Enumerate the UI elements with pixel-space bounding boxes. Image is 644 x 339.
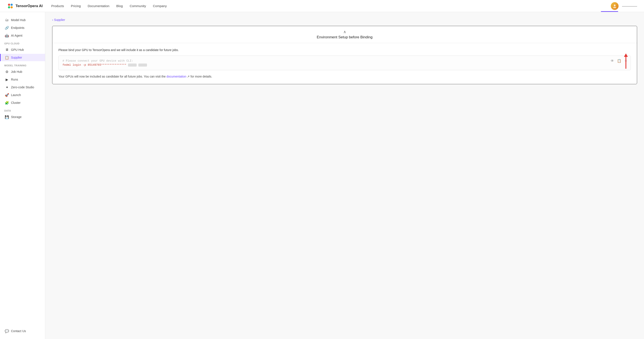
section-label-data: Data — [0, 107, 45, 113]
svg-point-2 — [8, 6, 10, 8]
code-line: fedml login -p 85149765*************** — [62, 63, 627, 66]
code-command: fedml login -p 85149765*************** — [62, 63, 126, 66]
storage-icon: 💾 — [5, 115, 9, 119]
setup-note: Your GPUs will now be included as candid… — [58, 74, 631, 79]
code-block-wrapper: # Please connect your GPU device with CL… — [58, 55, 631, 70]
runs-icon: ▶ — [5, 77, 9, 81]
nav-underline — [601, 11, 618, 12]
section-label-model-training: Model Training — [0, 62, 45, 68]
setup-card: ∧ Environment Setup before Binding Pleas… — [52, 26, 637, 84]
sidebar-item-launch[interactable]: 🚀 Launch — [0, 91, 45, 99]
nav-documentation[interactable]: Documentation — [88, 4, 110, 8]
topnav: TensorOpera AI Products Pricing Document… — [0, 0, 644, 12]
gpu-hub-icon: 🖥 — [5, 48, 9, 52]
sidebar-item-ai-agent[interactable]: 🤖 AI Agent — [0, 32, 45, 39]
ai-agent-icon: 🤖 — [5, 33, 9, 37]
code-comment: # Please connect your GPU device with CL… — [62, 59, 627, 62]
avatar[interactable] — [611, 2, 618, 10]
sidebar: 🗂 Model Hub 🔗 Endpoints 🤖 AI Agent GPU C… — [0, 12, 45, 339]
setup-description: Please bind your GPU to TensorOpera and … — [58, 48, 631, 52]
sidebar-item-endpoints[interactable]: 🔗 Endpoints — [0, 24, 45, 31]
svg-point-5 — [613, 7, 616, 8]
layout: 🗂 Model Hub 🔗 Endpoints 🤖 AI Agent GPU C… — [0, 12, 644, 339]
eye-button[interactable]: 👁 — [610, 59, 614, 63]
nav-pricing[interactable]: Pricing — [71, 4, 81, 8]
sidebar-item-gpu-hub[interactable]: 🖥 GPU Hub — [0, 46, 45, 53]
blurred-token-1 — [128, 63, 137, 66]
setup-card-title: Environment Setup before Binding — [317, 35, 373, 39]
section-label-gpu-cloud: GPU Cloud — [0, 40, 45, 46]
copy-icon: 📋 — [617, 59, 621, 63]
nav-links: Products Pricing Documentation Blog Comm… — [51, 4, 611, 8]
cluster-icon: 🧩 — [5, 101, 9, 105]
eye-icon: 👁 — [610, 59, 614, 63]
job-hub-icon: ⚙ — [5, 70, 9, 74]
blurred-token-2 — [138, 63, 147, 66]
contact-us-icon: 💬 — [5, 329, 9, 333]
supplier-icon: 📋 — [5, 55, 9, 59]
svg-point-4 — [614, 4, 616, 6]
launch-icon: 🚀 — [5, 93, 9, 97]
setup-card-body: Please bind your GPU to TensorOpera and … — [52, 43, 637, 84]
documentation-link[interactable]: documentation — [166, 75, 186, 78]
settings-icon: ✳ — [624, 59, 627, 63]
breadcrumb: ‹ Supplier — [52, 18, 637, 21]
chevron-left-icon: ‹ — [52, 18, 53, 21]
logo[interactable]: TensorOpera AI — [7, 2, 43, 9]
sidebar-item-runs[interactable]: ▶ Runs — [0, 76, 45, 83]
main-content: ‹ Supplier ∧ Environment Setup before Bi… — [45, 12, 644, 339]
model-hub-icon: 🗂 — [5, 18, 9, 22]
breadcrumb-back[interactable]: ‹ Supplier — [52, 18, 65, 21]
setup-card-header[interactable]: ∧ Environment Setup before Binding — [52, 26, 637, 43]
sidebar-item-job-hub[interactable]: ⚙ Job Hub — [0, 68, 45, 75]
sidebar-item-supplier[interactable]: 📋 Supplier — [0, 54, 45, 61]
svg-point-1 — [10, 4, 13, 6]
sidebar-item-model-hub[interactable]: 🗂 Model Hub — [0, 16, 45, 24]
code-block: # Please connect your GPU device with CL… — [58, 55, 631, 70]
sidebar-item-cluster[interactable]: 🧩 Cluster — [0, 99, 45, 106]
copy-button[interactable]: 📋 — [617, 58, 622, 63]
svg-point-3 — [10, 6, 13, 8]
code-actions: 👁 📋 ✳ — [610, 58, 628, 63]
nav-community[interactable]: Community — [130, 4, 146, 8]
sidebar-item-storage[interactable]: 💾 Storage — [0, 113, 45, 121]
nav-company[interactable]: Company — [153, 4, 167, 8]
nav-right: ————— — [611, 2, 637, 10]
nav-products[interactable]: Products — [51, 4, 64, 8]
nav-blog[interactable]: Blog — [116, 4, 123, 8]
sidebar-item-contact-us[interactable]: 💬 Contact Us — [0, 327, 45, 335]
endpoints-icon: 🔗 — [5, 26, 9, 30]
user-name: ————— — [622, 4, 637, 8]
svg-point-0 — [8, 4, 10, 6]
sidebar-item-zero-code-studio[interactable]: ✦ Zero-code Studio — [0, 84, 45, 91]
settings-button[interactable]: ✳ — [624, 58, 628, 63]
chevron-up-icon: ∧ — [343, 29, 346, 34]
zero-code-studio-icon: ✦ — [5, 85, 9, 89]
